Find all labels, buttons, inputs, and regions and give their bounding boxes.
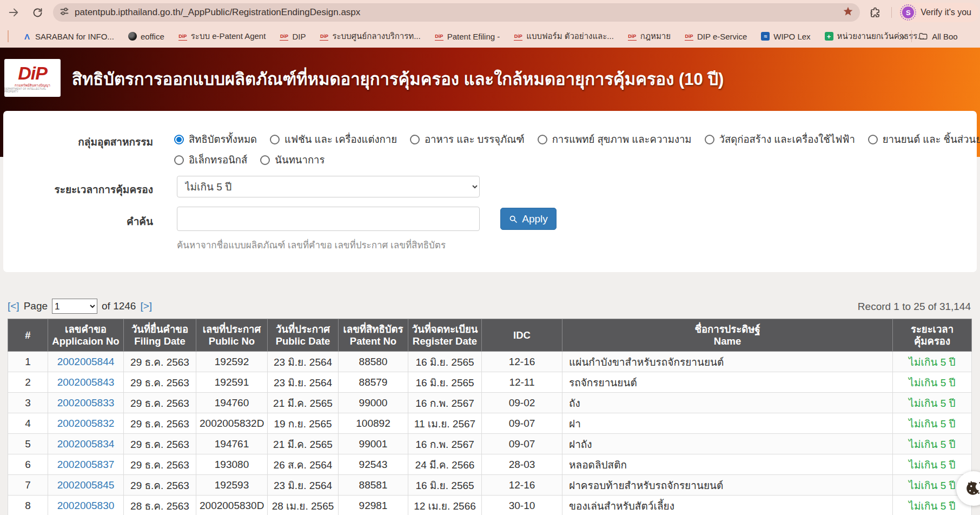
- dip-icon: DiP: [514, 32, 522, 41]
- table-cell: หลอดลิปสติก: [562, 454, 893, 475]
- cell-application-no: 2002005830: [48, 496, 124, 515]
- dip-icon: DiP: [280, 32, 288, 41]
- column-header: เลขที่สิทธิบัตรPatent No: [339, 319, 408, 352]
- table-cell: ไม่เกิน 5 ปี: [893, 393, 972, 413]
- industry-radio-option[interactable]: สิทธิบัตรทั้งหมด: [174, 131, 257, 147]
- table-cell: 99000: [339, 393, 408, 413]
- table-cell: 26 ส.ค. 2564: [268, 454, 339, 475]
- table-cell: 92981: [339, 496, 408, 515]
- keyword-input[interactable]: [177, 207, 480, 231]
- protection-period-select[interactable]: ไม่เกิน 5 ปี: [177, 176, 480, 197]
- reload-icon[interactable]: [29, 4, 45, 21]
- bookmark-item[interactable]: DiPระบบศูนย์กลางบริการท...: [320, 30, 420, 43]
- radio-icon[interactable]: [260, 155, 270, 165]
- industry-radio-option[interactable]: ยานยนต์ และ ชิ้นส่วนยานยนต์: [868, 131, 980, 147]
- page-select[interactable]: 1: [52, 299, 97, 314]
- industry-radio-option[interactable]: การแพทย์ สุขภาพ และความงาม: [538, 131, 692, 147]
- bookmark-item[interactable]: DiPแบบฟอร์ม ตัวอย่างและ...: [514, 30, 614, 43]
- apply-button[interactable]: Apply: [500, 208, 557, 230]
- cell-application-no: 2002005834: [48, 434, 124, 454]
- radio-icon[interactable]: [868, 135, 878, 144]
- industry-radio-option[interactable]: อิเล็กทรอนิกส์: [174, 152, 247, 168]
- bookmark-item[interactable]: DiPPatent Efiling -: [435, 32, 500, 41]
- protection-period-label: ระยะเวลาการคุ้มครอง: [3, 181, 153, 197]
- industry-radio-option[interactable]: แฟชัน และ เครื่องแต่งกาย: [270, 131, 397, 147]
- cell-application-no: 2002005832: [48, 413, 124, 434]
- profile-label: Verify it's you: [921, 8, 971, 17]
- radio-label: สิทธิบัตรทั้งหมด: [189, 131, 257, 147]
- application-no-link[interactable]: 2002005844: [57, 356, 115, 367]
- dip-logo-thai: กรมทรัพย์สินทางปัญญา: [15, 84, 50, 88]
- application-no-link[interactable]: 2002005833: [57, 397, 115, 408]
- extensions-icon[interactable]: [868, 4, 884, 21]
- address-bar[interactable]: patentpub.ipthailand.go.th/_AppPublic/Re…: [53, 3, 860, 22]
- application-no-link[interactable]: 2002005832: [57, 418, 115, 429]
- table-cell: ถัง: [562, 393, 893, 413]
- radio-icon[interactable]: [270, 135, 280, 144]
- bookmark-item[interactable]: ΛSARABAN for INFO...: [23, 32, 114, 41]
- bookmark-label: Patent Efiling -: [447, 32, 500, 41]
- table-row: 4200200583229 ธ.ค. 25632002005832D19 ก.ย…: [8, 413, 972, 434]
- table-cell: 2002005832D: [196, 413, 268, 434]
- bookmark-star-icon[interactable]: [843, 6, 853, 19]
- application-no-link[interactable]: 2002005830: [57, 500, 115, 511]
- radio-icon[interactable]: [705, 135, 714, 144]
- bookmark-item[interactable]: DiPระบบ e-Patent Agent: [178, 30, 266, 43]
- toolbar-divider: [891, 7, 892, 18]
- bookmark-item[interactable]: DiPDIP: [280, 32, 306, 41]
- prev-page-link[interactable]: [<]: [8, 300, 19, 312]
- column-header: ชื่อการประดิษฐ์Name: [562, 319, 893, 352]
- filter-panel: กลุ่มอุตสาหกรรม สิทธิบัตรทั้งหมดแฟชัน แล…: [3, 111, 977, 272]
- table-cell: 29 ธ.ค. 2563: [124, 413, 196, 434]
- bookmark-label: eoffice: [141, 32, 164, 41]
- cell-application-no: 2002005833: [48, 393, 124, 413]
- site-info-icon[interactable]: [59, 6, 69, 18]
- profile-chip[interactable]: S Verify it's you: [898, 3, 979, 22]
- results-table: #เลขคำขอApplicaion Noวันที่ยื่นคำขอFilin…: [8, 319, 972, 515]
- industry-radio-option[interactable]: วัสดุก่อสร้าง และเครื่องใช้ไฟฟ้า: [705, 131, 855, 147]
- table-cell: 29 ธ.ค. 2563: [124, 372, 196, 393]
- bookmarks-divider: [8, 30, 9, 42]
- browser-toolbar: patentpub.ipthailand.go.th/_AppPublic/Re…: [0, 0, 980, 25]
- bookmarks-overflow-icon[interactable]: »: [899, 30, 905, 43]
- wipo-icon: ≈: [761, 32, 770, 41]
- table-row: 2200200584329 ธ.ค. 256319259123 มิ.ย. 25…: [8, 372, 972, 393]
- application-no-link[interactable]: 2002005837: [57, 459, 115, 470]
- bookmark-item[interactable]: eoffice: [128, 32, 164, 41]
- radio-icon[interactable]: [538, 135, 547, 144]
- table-cell: 29 ธ.ค. 2563: [124, 454, 196, 475]
- application-no-link[interactable]: 2002005834: [57, 438, 115, 450]
- forward-icon[interactable]: [5, 4, 22, 21]
- bookmark-item[interactable]: DiPกฎหมาย: [628, 30, 671, 43]
- application-no-link[interactable]: 2002005843: [57, 377, 115, 388]
- bookmark-item[interactable]: ≈WIPO Lex: [761, 32, 810, 41]
- dip-icon: DiP: [435, 32, 443, 41]
- radio-label: นันทนาการ: [275, 152, 325, 168]
- table-cell: แผ่นกำบังขาสำหรับรถจักรยานยนต์: [562, 352, 893, 372]
- bookmarks-bar: ΛSARABAN for INFO...eofficeDiPระบบ e-Pat…: [0, 25, 980, 48]
- table-cell: 2002005830D: [196, 496, 268, 515]
- next-page-link[interactable]: [>]: [140, 300, 152, 312]
- url-text[interactable]: patentpub.ipthailand.go.th/_AppPublic/Re…: [75, 7, 837, 18]
- radio-icon[interactable]: [410, 135, 420, 144]
- table-cell: 88581: [339, 475, 408, 496]
- dip-logo: DiP กรมทรัพย์สินทางปัญญา DEPARTMENT OF I…: [4, 59, 61, 97]
- radio-label: อิเล็กทรอนิกส์: [189, 152, 247, 168]
- industry-radio-row-1: สิทธิบัตรทั้งหมดแฟชัน และ เครื่องแต่งกาย…: [174, 131, 980, 147]
- industry-radio-option[interactable]: อาหาร และ บรรจุภัณฑ์: [410, 131, 525, 147]
- table-cell: 16 มิ.ย. 2565: [408, 372, 482, 393]
- table-cell: 23 มิ.ย. 2564: [268, 372, 339, 393]
- bookmark-item[interactable]: DiPDIP e-Service: [685, 32, 747, 41]
- dip-icon: DiP: [320, 32, 328, 41]
- table-cell: 23 มิ.ย. 2564: [268, 352, 339, 372]
- cookie-icon: [964, 479, 980, 498]
- table-cell: 09-07: [482, 413, 562, 434]
- table-cell: 99001: [339, 434, 408, 454]
- radio-icon[interactable]: [174, 135, 184, 144]
- industry-radio-option[interactable]: นันทนาการ: [260, 152, 325, 168]
- all-bookmarks-button[interactable]: All Boo: [918, 31, 958, 41]
- application-no-link[interactable]: 2002005845: [57, 479, 115, 491]
- sheet-icon: +: [825, 32, 833, 41]
- radio-icon[interactable]: [174, 155, 184, 165]
- table-cell: 88580: [339, 352, 408, 372]
